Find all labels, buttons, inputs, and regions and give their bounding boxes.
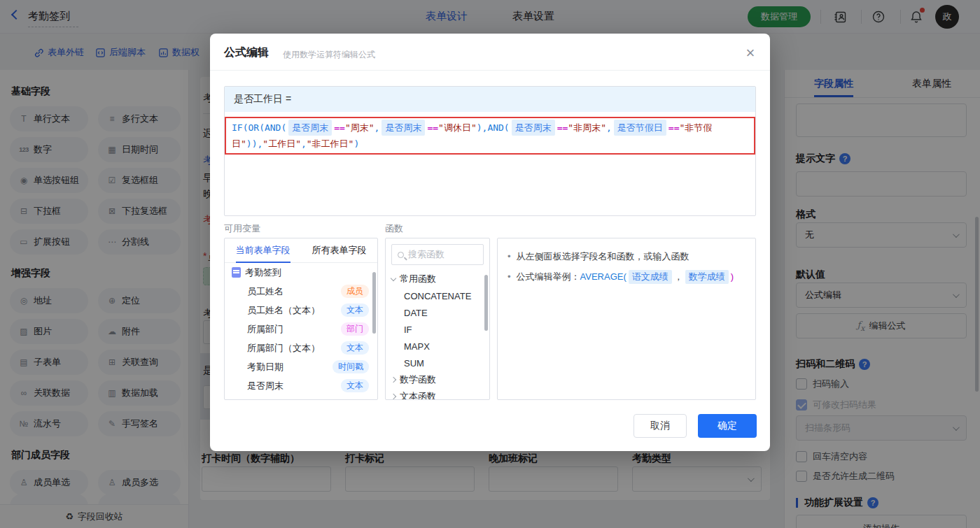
code-token: IF(OR(AND(: [232, 122, 286, 133]
code-token: "非工作日": [307, 138, 354, 149]
code-token: ,: [374, 122, 380, 133]
functions-scrollbar[interactable]: [484, 275, 488, 331]
variable-name: 所属部门（文本）: [247, 342, 320, 355]
confirm-button[interactable]: 确定: [698, 414, 757, 438]
function-group-collapsed[interactable]: 文本函数: [386, 388, 489, 400]
function-item[interactable]: DATE: [386, 304, 489, 321]
code-token: ,: [606, 122, 612, 133]
help-panel: • 从左侧面板选择字段名和函数，或输入函数 • 公式编辑举例：AVERAGE(语…: [497, 238, 756, 400]
functions-panel: 搜索函数 常用函数CONCATENATEDATEIFMAPXSUM数学函数文本函…: [385, 238, 490, 400]
functions-label: 函数: [385, 222, 403, 235]
chevron-down-icon: [391, 275, 396, 280]
variable-name: 员工姓名（文本）: [247, 304, 320, 317]
variable-name: 所属部门: [247, 323, 284, 336]
code-token: ,: [301, 138, 307, 149]
chevron-right-icon: [391, 377, 396, 383]
code-token: ==: [334, 122, 345, 133]
code-token: "工作日": [262, 138, 301, 149]
bullet-icon: •: [507, 270, 511, 284]
function-item[interactable]: SUM: [386, 355, 489, 371]
formula-target: 是否工作日 =: [225, 87, 755, 112]
formula-editor: 是否工作日 = IF(OR(AND(是否周末=="周末",是否周末=="调休日"…: [224, 86, 756, 216]
type-badge-text: 文本: [341, 379, 369, 392]
modal-subtitle: 使用数学运算符编辑公式: [283, 49, 375, 61]
code-token: ): [354, 138, 359, 149]
cancel-button[interactable]: 取消: [634, 414, 687, 438]
type-badge-member: 成员: [341, 285, 369, 298]
bullet-icon: •: [507, 250, 511, 264]
type-badge-text: 文本: [341, 341, 369, 355]
field-chip: 是否周末: [512, 120, 555, 136]
field-chip: 是否周末: [382, 120, 425, 136]
function-group-expanded[interactable]: 常用函数: [386, 271, 489, 287]
divider: [210, 70, 770, 71]
app-root: 考勤签到 表单设计 表单设置 数据管理 政 表单外链 后端脚本: [0, 0, 980, 528]
formula-example: 公式编辑举例：AVERAGE(语文成绩，数学成绩): [517, 270, 734, 284]
code-token: ==: [427, 122, 438, 133]
type-badge-dept: 部门: [341, 322, 369, 336]
tab-all-form-fields[interactable]: 所有表单字段: [301, 238, 377, 262]
help-bullet-2: • 公式编辑举例：AVERAGE(语文成绩，数学成绩): [507, 270, 746, 284]
formula-code-area[interactable]: IF(OR(AND(是否周末=="周末",是否周末=="调休日"),AND(是否…: [225, 117, 755, 155]
variable-root-label: 考勤签到: [245, 266, 281, 279]
chevron-right-icon: [391, 394, 396, 399]
code-token: ==: [668, 122, 680, 133]
help-bullet-1: • 从左侧面板选择字段名和函数，或输入函数: [507, 250, 746, 264]
variables-tabs: 当前表单字段 所有表单字段: [225, 238, 377, 263]
code-token: "周末": [345, 122, 374, 133]
code-token: )),: [246, 138, 262, 149]
tab-current-form-fields[interactable]: 当前表单字段: [225, 238, 301, 262]
variable-item[interactable]: 考勤日期时间戳: [225, 357, 377, 376]
variable-name: 考勤日期: [247, 361, 284, 373]
function-item[interactable]: CONCATENATE: [386, 287, 489, 304]
function-group-label: 数学函数: [400, 373, 436, 386]
variable-item[interactable]: 是否周末文本: [225, 376, 377, 395]
modal-title: 公式编辑: [224, 45, 269, 60]
field-chip: 是否节假日: [614, 120, 666, 136]
field-chip: 是否周末: [288, 120, 332, 136]
search-placeholder: 搜索函数: [408, 248, 444, 261]
formula-editor-modal: 公式编辑 使用数学运算符编辑公式 × 是否工作日 = IF(OR(AND(是否周…: [210, 34, 770, 451]
code-token: ),AND(: [477, 122, 510, 133]
variable-name: 是否周末: [247, 380, 284, 392]
code-token: "非周末": [568, 122, 606, 133]
close-icon[interactable]: ×: [739, 42, 762, 64]
function-search-input[interactable]: 搜索函数: [391, 244, 484, 265]
type-badge-text: 文本: [341, 304, 369, 317]
variable-item[interactable]: 员工姓名（文本）文本: [225, 301, 377, 320]
variable-tree-root[interactable]: 考勤签到: [225, 263, 377, 282]
variables-label: 可用变量: [224, 222, 260, 235]
type-badge-timestamp: 时间戳: [332, 360, 369, 373]
function-item[interactable]: IF: [386, 321, 489, 338]
variable-item[interactable]: 所属部门部门: [225, 320, 377, 338]
variable-name: 员工姓名: [247, 285, 284, 298]
code-token: "调休日": [438, 122, 477, 133]
function-group-label: 常用函数: [400, 273, 436, 285]
function-group-label: 文本函数: [400, 390, 436, 400]
variables-scrollbar[interactable]: [372, 272, 376, 334]
code-token: ==: [557, 122, 568, 133]
function-item[interactable]: MAPX: [386, 338, 489, 355]
form-doc-icon: [232, 267, 241, 278]
variables-panel: 当前表单字段 所有表单字段 考勤签到员工姓名成员员工姓名（文本）文本所属部门部门…: [224, 238, 378, 400]
search-icon: [398, 252, 404, 258]
variable-item[interactable]: 员工姓名成员: [225, 282, 377, 301]
variable-item[interactable]: 所属部门（文本）文本: [225, 338, 377, 357]
function-group-collapsed[interactable]: 数学函数: [386, 371, 489, 388]
